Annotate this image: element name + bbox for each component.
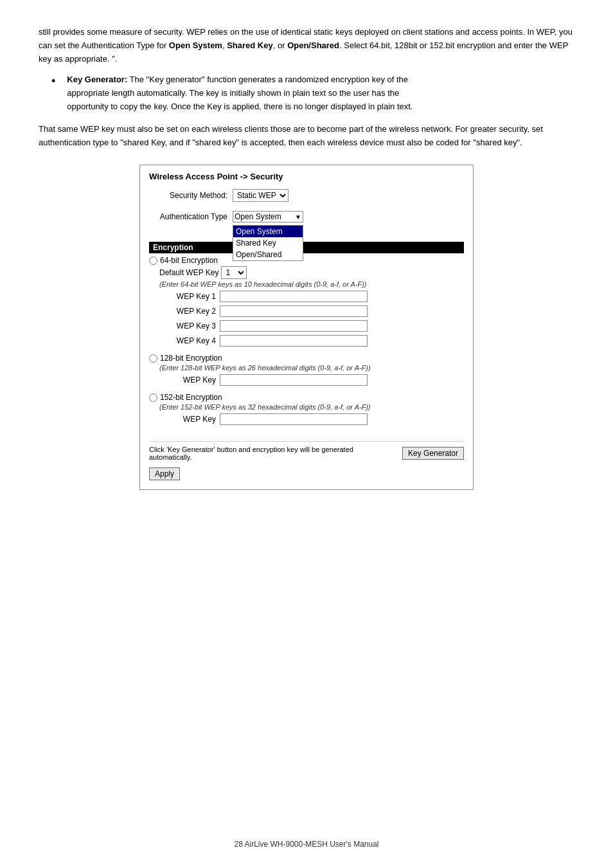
wep-key-4-row: WEP Key 4 <box>149 335 464 347</box>
wep-key-128-input[interactable] <box>220 374 368 386</box>
hint-128: (Enter 128-bit WEP keys as 26 hexadecima… <box>159 364 464 372</box>
security-panel: Wireless Access Point -> Security Securi… <box>139 165 474 490</box>
wep-key-2-input[interactable] <box>220 305 368 317</box>
radio-64-label: 64-bit Encryption <box>160 256 218 265</box>
bullet-text: Key Generator: The "Key generator" funct… <box>67 73 440 113</box>
wep-key-152-label: WEP Key <box>168 415 220 424</box>
auth-option-shared-key[interactable]: Shared Key <box>233 237 303 249</box>
wep-key-1-input[interactable] <box>220 291 368 302</box>
wep-key-128-row: WEP Key <box>149 374 464 386</box>
apply-row: Apply <box>149 467 464 480</box>
panel-wrapper: Wireless Access Point -> Security Securi… <box>39 165 574 490</box>
security-method-select[interactable]: Static WEP <box>233 189 289 202</box>
footer-text: 28 AirLive WH-9000-MESH User's Manual <box>234 840 378 849</box>
default-wep-row: Default WEP Key 1 <box>159 266 464 279</box>
hint-152: (Enter 152-bit WEP keys as 32 hexadecima… <box>159 403 464 411</box>
intro-para1: still provides some measure of security.… <box>39 26 574 66</box>
radio-64-bit[interactable] <box>149 257 157 265</box>
radio-152-label: 152-bit Encryption <box>160 393 222 402</box>
key-generator-row: Click 'Key Generator' button and encrypt… <box>149 441 464 461</box>
auth-type-value: Open System <box>235 212 295 221</box>
wep-key-4-label: WEP Key 4 <box>168 336 220 345</box>
radio-152-row: 152-bit Encryption <box>149 393 464 402</box>
hint-64: (Enter 64-bit WEP keys as 10 hexadecimal… <box>159 280 464 288</box>
bullet-label: Key Generator: <box>67 75 127 84</box>
key-generator-button[interactable]: Key Generator <box>402 447 464 460</box>
wep-key-4-input[interactable] <box>220 335 368 347</box>
bullet-key-generator: • Key Generator: The "Key generator" fun… <box>39 73 574 113</box>
wep-key-152-input[interactable] <box>220 413 368 425</box>
apply-button[interactable]: Apply <box>149 467 180 480</box>
security-method-row: Security Method: Static WEP <box>149 189 464 202</box>
wep-key-128-label: WEP Key <box>168 375 220 384</box>
radio-64-row: 64-bit Encryption <box>149 256 464 265</box>
radio-128-bit[interactable] <box>149 354 157 363</box>
page-footer: 28 AirLive WH-9000-MESH User's Manual <box>0 840 613 849</box>
radio-152-bit[interactable] <box>149 393 157 402</box>
auth-option-open-shared[interactable]: Open/Shared <box>233 249 303 260</box>
security-method-label: Security Method: <box>149 191 233 200</box>
auth-type-dropdown-menu: Open System Shared Key Open/Shared <box>233 225 303 261</box>
radio-128-row: 128-bit Encryption <box>149 354 464 363</box>
wep-key-152-row: WEP Key <box>149 413 464 425</box>
wep-key-1-row: WEP Key 1 <box>149 291 464 302</box>
auth-type-label: Authentication Type <box>149 212 233 221</box>
bullet-dot: • <box>51 73 55 113</box>
encryption-header: Encryption <box>149 242 464 253</box>
default-wep-label: Default WEP Key <box>159 268 218 277</box>
bold-shared-key: Shared Key <box>227 41 273 50</box>
wep-key-2-label: WEP Key 2 <box>168 307 220 316</box>
wep-key-2-row: WEP Key 2 <box>149 305 464 317</box>
bold-open-system: Open System <box>169 41 222 50</box>
radio-128-label: 128-bit Encryption <box>160 354 222 363</box>
bold-open-shared: Open/Shared <box>287 41 339 50</box>
default-wep-select[interactable]: 1 <box>221 266 247 279</box>
wep-key-1-label: WEP Key 1 <box>168 292 220 301</box>
panel-title: Wireless Access Point -> Security <box>149 172 464 181</box>
auth-option-open-system[interactable]: Open System <box>233 226 303 237</box>
wep-key-3-input[interactable] <box>220 320 368 332</box>
intro-para2: That same WEP key must also be set on ea… <box>39 123 574 150</box>
auth-dropdown-wrapper: Open System ▼ Open System Shared Key Ope… <box>233 211 303 222</box>
key-gen-text: Click 'Key Generator' button and encrypt… <box>149 446 402 461</box>
wep-key-3-label: WEP Key 3 <box>168 321 220 330</box>
wep-key-3-row: WEP Key 3 <box>149 320 464 332</box>
auth-dropdown-arrow: ▼ <box>295 213 301 221</box>
auth-type-display[interactable]: Open System ▼ <box>233 211 303 222</box>
auth-type-row: Authentication Type Open System ▼ Open S… <box>149 211 464 222</box>
